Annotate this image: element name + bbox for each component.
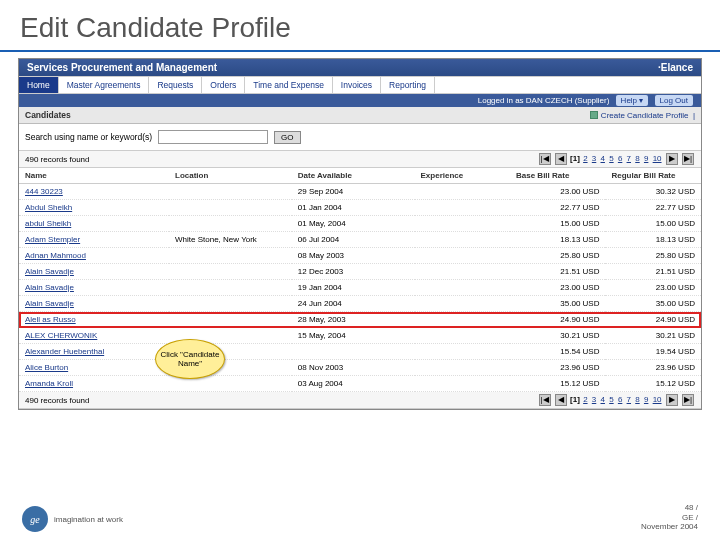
cell-location <box>169 216 292 232</box>
pager-prev-icon-b[interactable]: ◀ <box>555 394 567 406</box>
pager-page-9[interactable]: 9 <box>644 154 648 163</box>
help-button[interactable]: Help ▾ <box>616 95 649 106</box>
pager-page-7b[interactable]: 7 <box>627 395 631 404</box>
tab-orders[interactable]: Orders <box>202 77 245 93</box>
pager-page-6[interactable]: 6 <box>618 154 622 163</box>
pager-page-6b[interactable]: 6 <box>618 395 622 404</box>
table-row: Adam StemplerWhite Stone, New York06 Jul… <box>19 232 701 248</box>
pager-first-icon-b[interactable]: |◀ <box>539 394 551 406</box>
ge-tagline: imagination at work <box>54 515 123 524</box>
pager-last-icon[interactable]: ▶| <box>682 153 694 165</box>
table-row: Alain Savadje24 Jun 200435.00 USD35.00 U… <box>19 296 701 312</box>
section-header: Candidates Create Candidate Profile | <box>19 107 701 124</box>
table-row: Alain Savadje12 Dec 200321.51 USD21.51 U… <box>19 264 701 280</box>
col-location[interactable]: Location <box>169 168 292 184</box>
col-date-available[interactable]: Date Available <box>292 168 415 184</box>
cell-base-rate: 25.80 USD <box>510 248 605 264</box>
pager-page-4[interactable]: 4 <box>601 154 605 163</box>
records-found: 490 records found <box>25 155 90 164</box>
pager-page-3[interactable]: 3 <box>592 154 596 163</box>
cell-location <box>169 200 292 216</box>
cell-location <box>169 296 292 312</box>
candidate-name-link[interactable]: Alell as Russo <box>25 315 76 324</box>
cell-base-rate: 15.00 USD <box>510 216 605 232</box>
cell-regular-rate: 21.51 USD <box>605 264 701 280</box>
cell-base-rate: 23.96 USD <box>510 360 605 376</box>
pager-page-9b[interactable]: 9 <box>644 395 648 404</box>
table-row: Alice Burton08 Nov 200323.96 USD23.96 US… <box>19 360 701 376</box>
pager-next-icon[interactable]: ▶ <box>666 153 678 165</box>
candidate-name-link[interactable]: 444 30223 <box>25 187 63 196</box>
candidate-name-link[interactable]: Alexander Huebenthal <box>25 347 104 356</box>
tab-invoices[interactable]: Invoices <box>333 77 381 93</box>
pager-page-2b[interactable]: 2 <box>583 395 587 404</box>
cell-base-rate: 30.21 USD <box>510 328 605 344</box>
tab-home[interactable]: Home <box>19 77 59 93</box>
col-regular-rate[interactable]: Regular Bill Rate <box>605 168 701 184</box>
table-row: abdul Sheikh01 May, 200415.00 USD15.00 U… <box>19 216 701 232</box>
cell-date: 01 May, 2004 <box>292 216 415 232</box>
candidate-name-link[interactable]: Alain Savadje <box>25 299 74 308</box>
table-row: Amanda Kroll03 Aug 200415.12 USD15.12 US… <box>19 376 701 392</box>
tab-time-expense[interactable]: Time and Expense <box>245 77 333 93</box>
cell-experience <box>415 296 510 312</box>
cell-date <box>292 344 415 360</box>
cell-date: 12 Dec 2003 <box>292 264 415 280</box>
pager-page-5[interactable]: 5 <box>609 154 613 163</box>
col-base-rate[interactable]: Base Bill Rate <box>510 168 605 184</box>
pager-page-10[interactable]: 10 <box>653 154 662 163</box>
cell-experience <box>415 264 510 280</box>
candidate-name-link[interactable]: Adnan Mahmood <box>25 251 86 260</box>
candidate-name-link[interactable]: Adam Stempler <box>25 235 80 244</box>
pager-page-7[interactable]: 7 <box>627 154 631 163</box>
tab-master-agreements[interactable]: Master Agreements <box>59 77 150 93</box>
col-name[interactable]: Name <box>19 168 169 184</box>
table-row: 444 3022329 Sep 200423.00 USD30.32 USD <box>19 184 701 200</box>
candidate-name-link[interactable]: Abdul Sheikh <box>25 203 72 212</box>
col-experience[interactable]: Experience <box>415 168 510 184</box>
records-found-bottom: 490 records found <box>25 396 90 405</box>
nav-tabs: Home Master Agreements Requests Orders T… <box>19 76 701 94</box>
pager-page-8[interactable]: 8 <box>635 154 639 163</box>
pager-bottom: 490 records found |◀ ◀ [1] 2 3 4 5 6 7 8… <box>19 392 701 409</box>
candidate-name-link[interactable]: Amanda Kroll <box>25 379 73 388</box>
cell-base-rate: 18.13 USD <box>510 232 605 248</box>
go-button[interactable]: GO <box>274 131 300 144</box>
cell-location <box>169 248 292 264</box>
pager-page-5b[interactable]: 5 <box>609 395 613 404</box>
cell-regular-rate: 35.00 USD <box>605 296 701 312</box>
cell-base-rate: 21.51 USD <box>510 264 605 280</box>
cell-date: 29 Sep 2004 <box>292 184 415 200</box>
pager-page-2[interactable]: 2 <box>583 154 587 163</box>
pager-page-3b[interactable]: 3 <box>592 395 596 404</box>
cell-base-rate: 23.00 USD <box>510 184 605 200</box>
search-input[interactable] <box>158 130 268 144</box>
logout-button[interactable]: Log Out <box>655 95 693 106</box>
cell-regular-rate: 15.00 USD <box>605 216 701 232</box>
cell-regular-rate: 23.00 USD <box>605 280 701 296</box>
pager-page-10b[interactable]: 10 <box>653 395 662 404</box>
pager-last-icon-b[interactable]: ▶| <box>682 394 694 406</box>
cell-date: 01 Jan 2004 <box>292 200 415 216</box>
pager-current-b: [1] <box>570 395 580 404</box>
candidate-name-link[interactable]: Alain Savadje <box>25 267 74 276</box>
tab-reporting[interactable]: Reporting <box>381 77 435 93</box>
candidate-name-link[interactable]: Alice Burton <box>25 363 68 372</box>
plus-icon <box>590 111 598 119</box>
candidate-name-link[interactable]: Alain Savadje <box>25 283 74 292</box>
candidate-name-link[interactable]: abdul Sheikh <box>25 219 71 228</box>
pager-page-8b[interactable]: 8 <box>635 395 639 404</box>
app-name: Services Procurement and Management <box>27 62 217 73</box>
pager-next-icon-b[interactable]: ▶ <box>666 394 678 406</box>
create-candidate-link[interactable]: Create Candidate Profile | <box>590 111 695 120</box>
footer-page: 48 / <box>641 503 698 513</box>
pager-prev-icon[interactable]: ◀ <box>555 153 567 165</box>
cell-regular-rate: 24.90 USD <box>605 312 701 328</box>
cell-regular-rate: 22.77 USD <box>605 200 701 216</box>
pager-page-4b[interactable]: 4 <box>601 395 605 404</box>
pager-first-icon[interactable]: |◀ <box>539 153 551 165</box>
tab-requests[interactable]: Requests <box>149 77 202 93</box>
cell-experience <box>415 344 510 360</box>
candidate-name-link[interactable]: ALEX CHERWONIK <box>25 331 97 340</box>
cell-date: 08 Nov 2003 <box>292 360 415 376</box>
